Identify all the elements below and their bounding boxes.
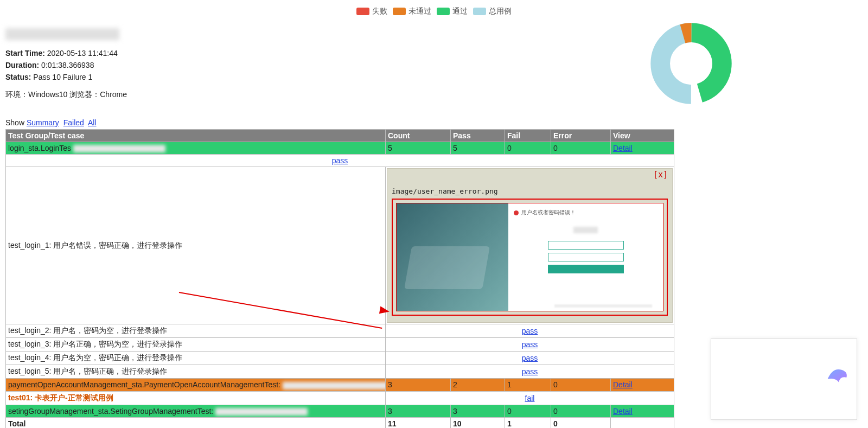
hummingbird-icon[interactable] [821, 359, 853, 390]
legend-label: 总用例 [489, 7, 512, 16]
result-link[interactable]: pass [522, 327, 538, 335]
show-failed-link[interactable]: Failed [63, 118, 84, 127]
login-button [548, 265, 624, 273]
detail-link[interactable]: Detail [613, 407, 633, 416]
report-title-blurred [5, 28, 119, 40]
col-view: View [611, 130, 674, 142]
blurred-text [73, 145, 165, 152]
test-row: test_login_2: 用户名，密码为空，进行登录操作 pass [6, 324, 674, 338]
environment: 环境：Windows10 浏览器：Chrome [5, 90, 520, 100]
login-title-blurred [573, 227, 598, 233]
screenshot-path: image/user_name_error.png [392, 187, 668, 195]
result-link[interactable]: pass [522, 340, 538, 349]
legend-item-notrun: 未通过 [393, 7, 431, 16]
group-row-seting: setingGroupManagement_sta.SetingGroupMan… [6, 405, 674, 417]
result-link[interactable]: pass [522, 354, 538, 362]
legend-label: 失败 [372, 7, 387, 16]
status: Status: Pass 10 Failure 1 [5, 73, 520, 81]
login-footer-blurred [554, 304, 652, 308]
test-name: test_login_5: 用户名，密码正确，进行登录操作 [6, 365, 386, 379]
duration: Duration: 0:01:38.366938 [5, 61, 520, 69]
screenshot-image: 用户名或者密码错误！ [396, 203, 663, 311]
username-input [548, 241, 624, 250]
blurred-text [215, 408, 308, 416]
group-name: paymentOpenAccountManagement_sta.Payment… [8, 380, 280, 389]
test-name: test_login_3: 用户名正确，密码为空，进行登录操作 [6, 338, 386, 352]
legend-label: 未通过 [409, 7, 431, 16]
results-table: Test Group/Test case Count Pass Fail Err… [5, 129, 674, 428]
show-summary-link[interactable]: Summary [27, 118, 59, 127]
detail-link[interactable]: Detail [613, 144, 633, 152]
detail-link[interactable]: Detail [613, 380, 633, 389]
legend-item-fail: 失败 [356, 7, 387, 16]
legend-item-pass: 通过 [437, 7, 468, 16]
table-header-row: Test Group/Test case Count Pass Fail Err… [6, 130, 674, 142]
test-row: test_login_3: 用户名正确，密码为空，进行登录操作 pass [6, 338, 674, 352]
group-name: login_sta.LoginTes [8, 144, 71, 152]
notrun-swatch [393, 8, 406, 15]
chart-legend: 失败 未通过 通过 总用例 [5, 0, 863, 23]
pass-swatch [437, 8, 450, 15]
result-link[interactable]: fail [525, 394, 535, 403]
test-row: pass [6, 155, 674, 167]
fail-swatch [356, 8, 369, 15]
test-name: test_login_2: 用户名，密码为空，进行登录操作 [6, 324, 386, 338]
close-icon[interactable]: [x] [653, 170, 668, 180]
result-link[interactable]: pass [522, 367, 538, 376]
error-toast: 用户名或者密码错误！ [514, 209, 576, 216]
blurred-text [283, 382, 386, 389]
show-label: Show [5, 118, 24, 127]
test-name: test_login_4: 用户名为空，密码正确，进行登录操作 [6, 352, 386, 365]
show-all-link[interactable]: All [88, 118, 97, 127]
error-text: 用户名或者密码错误！ [521, 209, 576, 216]
group-row-login: login_sta.LoginTes 5 5 0 0 Detail [6, 142, 674, 155]
filter-links: Show Summary Failed All [5, 118, 863, 127]
result-link[interactable]: pass [332, 156, 348, 165]
test-row: test_login_5: 用户名，密码正确，进行登录操作 pass [6, 365, 674, 379]
group-row-payment: paymentOpenAccountManagement_sta.Payment… [6, 379, 674, 391]
col-testcase: Test Group/Test case [6, 130, 386, 142]
screenshot-photo-left [397, 203, 508, 311]
group-name: setingGroupManagement_sta.SetingGroupMan… [8, 407, 213, 416]
test-detail-row: test_login_1: 用户名错误，密码正确，进行登录操作 [x] imag… [6, 167, 674, 324]
total-swatch [473, 8, 486, 15]
screenshot-highlight: 用户名或者密码错误！ [392, 199, 668, 316]
col-count: Count [386, 130, 451, 142]
svg-point-2 [660, 33, 722, 94]
test-name: test_login_1: 用户名错误，密码正确，进行登录操作 [6, 167, 386, 324]
error-icon [514, 210, 519, 215]
col-fail: Fail [505, 130, 551, 142]
legend-label: 通过 [452, 7, 468, 16]
detail-panel: [x] image/user_name_error.png 用户名或者密码错误！ [387, 168, 673, 323]
test-row: test01: 卡表开户-正常测试用例 fail [6, 391, 674, 405]
result-donut-chart [650, 23, 732, 104]
col-error: Error [551, 130, 611, 142]
screenshot-login-right: 用户名或者密码错误！ [508, 203, 663, 311]
legend-item-total: 总用例 [473, 7, 512, 16]
test-name-fail: test01: 卡表开户-正常测试用例 [8, 393, 113, 402]
col-pass: Pass [451, 130, 505, 142]
password-input [548, 253, 624, 261]
start-time: Start Time: 2020-05-13 11:41:44 [5, 49, 520, 58]
test-row: test_login_4: 用户名为空，密码正确，进行登录操作 pass [6, 352, 674, 365]
total-row: Total 11 10 1 0 [6, 417, 674, 428]
